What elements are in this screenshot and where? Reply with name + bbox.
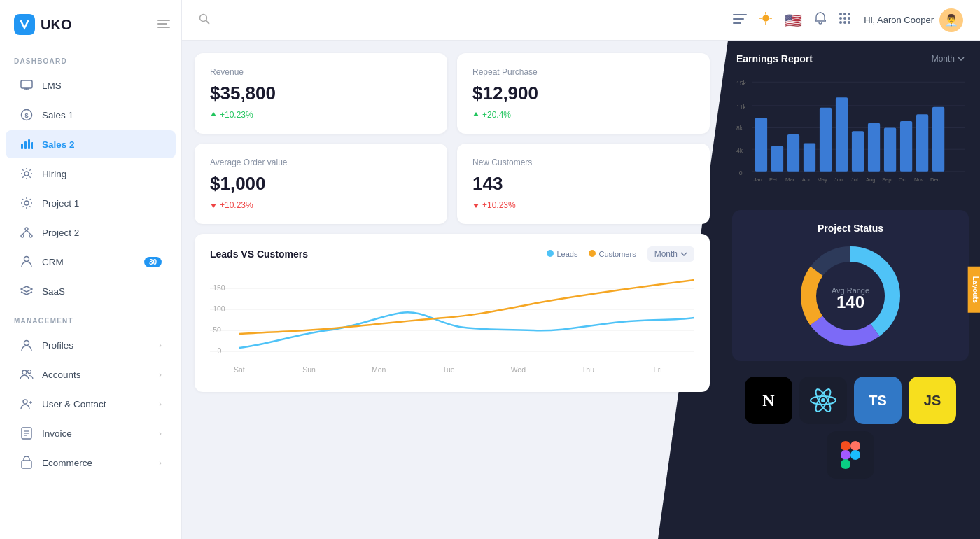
earnings-month-dropdown[interactable]: Month <box>932 54 965 64</box>
sidebar-item-project1-label: Project 1 <box>42 198 162 209</box>
leads-legend-label: Leads <box>556 250 578 258</box>
earnings-period-label: Month <box>932 54 955 64</box>
svg-text:140: 140 <box>836 293 864 312</box>
sidebar-item-ecommerce[interactable]: Ecommerce › <box>6 449 176 477</box>
tech-icons-row: N TS JS <box>721 371 980 484</box>
svg-rect-10 <box>28 139 30 149</box>
nextjs-icon[interactable]: N <box>745 377 792 424</box>
bag-icon <box>20 456 34 470</box>
user-name: Hi, Aaron Cooper <box>864 15 934 25</box>
repeat-purchase-change: +20.4% <box>472 110 694 120</box>
apps-icon[interactable] <box>839 12 851 28</box>
leads-chart-title: Leads VS Customers <box>210 248 308 260</box>
svg-point-115 <box>850 450 860 460</box>
sidebar-item-crm-label: CRM <box>42 257 136 267</box>
svg-text:Feb: Feb <box>769 176 778 183</box>
notification-icon[interactable] <box>815 12 826 28</box>
sidebar-item-user-contact-label: User & Contact <box>42 399 150 410</box>
sidebar-item-profiles[interactable]: Profiles › <box>6 331 176 359</box>
svg-text:Jun: Jun <box>834 176 843 183</box>
svg-rect-113 <box>841 450 850 460</box>
flag-icon[interactable]: 🇺🇸 <box>785 12 802 29</box>
sidebar-item-user-contact[interactable]: User & Contact › <box>6 390 176 418</box>
svg-rect-112 <box>850 441 860 451</box>
repeat-purchase-card: Repeat Purchase $12,900 +20.4% <box>457 53 710 134</box>
svg-text:4k: 4k <box>736 147 743 154</box>
svg-line-32 <box>206 20 209 24</box>
new-customers-change: +10.23% <box>472 200 694 210</box>
sidebar-item-project2[interactable]: Project 2 <box>6 218 176 246</box>
sidebar-item-accounts[interactable]: Accounts › <box>6 360 176 388</box>
svg-point-46 <box>844 17 846 20</box>
svg-rect-87 <box>932 107 944 172</box>
typescript-icon[interactable]: TS <box>854 377 902 424</box>
logo-icon <box>14 14 35 35</box>
sidebar-item-lms-label: LMS <box>42 80 162 91</box>
svg-rect-9 <box>24 141 27 149</box>
svg-point-19 <box>24 257 29 262</box>
svg-rect-82 <box>852 131 864 172</box>
sidebar-item-sales1[interactable]: $ Sales 1 <box>6 101 176 129</box>
svg-point-43 <box>844 13 846 15</box>
svg-rect-76 <box>755 118 767 172</box>
revenue-change: +10.23% <box>210 110 432 120</box>
theme-toggle-icon[interactable] <box>760 12 772 28</box>
svg-point-44 <box>848 13 850 15</box>
svg-text:15k: 15k <box>736 80 747 87</box>
svg-rect-1 <box>158 23 167 24</box>
figma-icon[interactable] <box>827 431 874 479</box>
svg-rect-80 <box>820 108 832 172</box>
sidebar-item-invoice-label: Invoice <box>42 428 150 439</box>
doc-icon <box>20 426 34 440</box>
svg-point-50 <box>848 21 850 24</box>
svg-text:50: 50 <box>213 326 221 334</box>
sidebar-item-hiring[interactable]: Hiring <box>6 160 176 188</box>
svg-text:Wed: Wed <box>511 366 526 374</box>
layouts-tab[interactable]: Layouts <box>967 267 980 313</box>
svg-text:Fri: Fri <box>653 366 662 374</box>
svg-text:100: 100 <box>213 305 225 313</box>
svg-point-110 <box>821 398 825 402</box>
sidebar-item-invoice[interactable]: Invoice › <box>6 419 176 447</box>
svg-text:Nov: Nov <box>914 176 924 183</box>
svg-point-49 <box>844 21 846 24</box>
repeat-purchase-change-text: +20.4% <box>482 110 511 120</box>
svg-rect-34 <box>733 18 744 20</box>
svg-text:11k: 11k <box>736 104 747 111</box>
sidebar-item-accounts-label: Accounts <box>42 370 150 380</box>
svg-rect-35 <box>733 22 741 24</box>
user-info[interactable]: Hi, Aaron Cooper 👨‍💼 <box>864 8 963 32</box>
sidebar-item-saas[interactable]: SaaS <box>6 277 176 305</box>
svg-point-20 <box>24 341 29 346</box>
svg-text:Tue: Tue <box>442 366 455 374</box>
react-icon[interactable] <box>799 377 847 424</box>
svg-point-47 <box>848 17 850 20</box>
javascript-icon[interactable]: JS <box>909 377 956 424</box>
svg-rect-77 <box>771 146 783 171</box>
logo[interactable]: UKO <box>14 14 71 35</box>
svg-rect-30 <box>22 461 31 468</box>
leads-month-dropdown[interactable]: Month <box>648 246 694 262</box>
profiles-arrow-icon: › <box>159 341 162 349</box>
avg-order-card: Average Order value $1,000 +10.23% <box>195 144 447 224</box>
repeat-purchase-value: $12,900 <box>472 83 694 104</box>
sidebar-collapse-button[interactable] <box>158 18 170 31</box>
sidebar-item-project1[interactable]: Project 1 <box>6 189 176 217</box>
sidebar-item-crm[interactable]: CRM 30 <box>6 248 176 276</box>
new-customers-change-text: +10.23% <box>482 200 516 210</box>
svg-text:Apr: Apr <box>802 176 811 183</box>
user-avatar: 👨‍💼 <box>939 8 963 32</box>
menu-icon[interactable] <box>733 13 747 27</box>
svg-text:May: May <box>817 176 827 183</box>
revenue-card: Revenue $35,800 +10.23% <box>195 53 447 134</box>
leads-legend: Leads Customers <box>547 250 636 258</box>
users-icon <box>20 368 34 382</box>
sidebar-item-sales2[interactable]: Sales 2 <box>6 130 176 158</box>
revenue-label: Revenue <box>210 67 432 77</box>
leads-period-label: Month <box>654 249 678 259</box>
svg-rect-86 <box>916 114 928 172</box>
svg-rect-114 <box>841 459 850 469</box>
svg-point-21 <box>22 370 27 374</box>
accounts-arrow-icon: › <box>159 370 162 379</box>
sidebar-item-lms[interactable]: LMS <box>6 71 176 99</box>
